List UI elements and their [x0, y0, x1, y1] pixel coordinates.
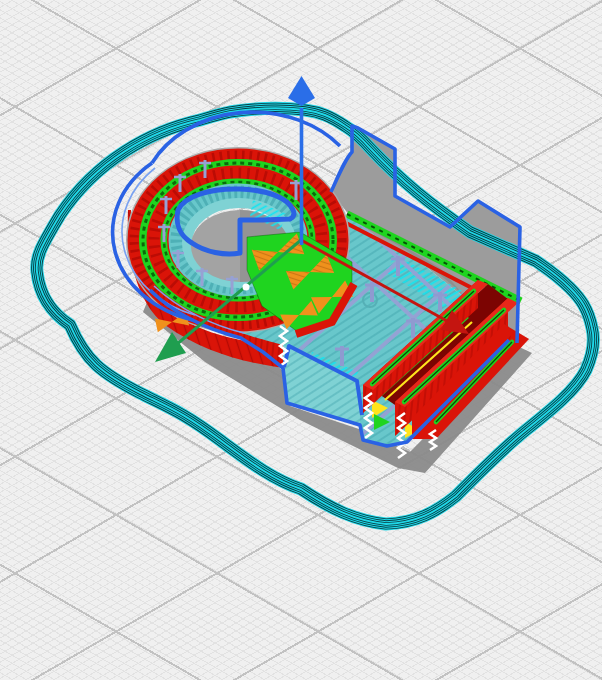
- origin-dot: [243, 284, 250, 291]
- z-axis-arrow-icon: [288, 76, 315, 106]
- slicer-3d-viewport[interactable]: [0, 0, 602, 680]
- layer-preview-canvas: [0, 0, 602, 680]
